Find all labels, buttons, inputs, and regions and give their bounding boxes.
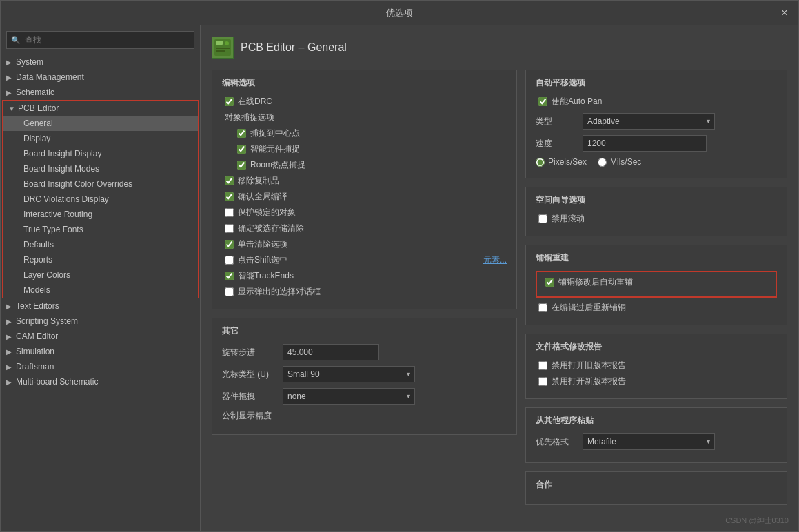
search-icon: 🔍 — [11, 36, 21, 45]
cursor-type-select[interactable]: Small 90 Large 90 Small 45 Large 45 — [283, 366, 415, 382]
rotate-step-input[interactable] — [283, 344, 379, 360]
snap-group-title: 对象捕捉选项 — [222, 112, 507, 123]
elements-link[interactable]: 元素... — [483, 254, 507, 266]
sidebar-item-schematic[interactable]: ▶ Schematic — [1, 85, 200, 100]
sidebar-item-layer-colors[interactable]: Layer Colors — [3, 267, 198, 283]
page-title: PCB Editor – General — [241, 41, 347, 54]
online-drc-checkbox[interactable] — [225, 97, 234, 106]
disable-open-new-label: 禁用打开新版本报告 — [552, 376, 626, 387]
remove-duplicate-checkbox[interactable] — [225, 176, 234, 185]
left-column: 编辑选项 在线DRC 对象捕捉选项 捕捉到中心点 — [212, 70, 517, 520]
sidebar-item-models[interactable]: Models — [3, 283, 198, 298]
snap-center-checkbox[interactable] — [237, 129, 246, 138]
sidebar-item-label: PCB Editor — [18, 103, 192, 113]
protect-locked-row: 保护锁定的对象 — [222, 207, 507, 218]
shift-select-checkbox[interactable] — [225, 256, 234, 265]
room-hotspot-row: Room热点捕捉 — [234, 159, 507, 171]
auto-pan-title: 自动平移选项 — [536, 77, 777, 89]
disable-scroll-label: 禁用滚动 — [552, 213, 585, 225]
sidebar-item-label: Models — [23, 285, 50, 295]
arrow-icon: ▶ — [6, 348, 16, 356]
sidebar-item-label: Layer Colors — [23, 270, 70, 280]
pixels-sex-radio[interactable] — [536, 158, 545, 167]
auto-rebuild-checkbox[interactable] — [545, 278, 554, 287]
sidebar-item-multi-board-schematic[interactable]: ▶ Multi-board Schematic — [1, 374, 200, 389]
priority-select[interactable]: Metafile Text Bitmap — [583, 433, 715, 450]
sidebar-item-text-editors[interactable]: ▶ Text Editors — [1, 298, 200, 314]
speed-input[interactable] — [583, 135, 707, 152]
sidebar-item-label: System — [16, 57, 194, 67]
sidebar-item-true-type-fonts[interactable]: True Type Fonts — [3, 222, 198, 237]
other-section-title: 其它 — [222, 325, 507, 337]
sidebar-item-board-insight-modes[interactable]: Board Insight Modes — [3, 161, 198, 176]
sidebar-item-system[interactable]: ▶ System — [1, 54, 200, 70]
sidebar-item-pcb-editor[interactable]: ▼ PCB Editor — [3, 101, 198, 116]
type-row: 类型 Adaptive Fixed Size Jump Re-Center — [536, 113, 777, 130]
sidebar-item-simulation[interactable]: ▶ Simulation — [1, 344, 200, 359]
priority-row: 优先格式 Metafile Text Bitmap — [536, 433, 777, 450]
sidebar-item-label: Draftsman — [16, 362, 194, 371]
sidebar-item-display[interactable]: Display — [3, 131, 198, 146]
sidebar-item-interactive-routing[interactable]: Interactive Routing — [3, 207, 198, 222]
disable-open-new-checkbox[interactable] — [538, 377, 547, 386]
mils-sec-radio[interactable] — [598, 158, 607, 167]
type-select[interactable]: Adaptive Fixed Size Jump Re-Center — [583, 113, 715, 130]
smart-track-ends-checkbox[interactable] — [225, 272, 234, 280]
svg-rect-1 — [216, 41, 223, 45]
single-clear-label: 单击清除选项 — [238, 238, 287, 250]
rebuild-on-edit-checkbox[interactable] — [538, 303, 547, 312]
smart-track-ends-label: 智能TrackEnds — [238, 270, 294, 282]
sidebar-item-drc-violations-display[interactable]: DRC Violations Display — [3, 192, 198, 207]
svg-rect-3 — [216, 48, 230, 49]
confirm-clear-checkbox[interactable] — [225, 224, 234, 233]
sidebar-item-reports[interactable]: Reports — [3, 252, 198, 267]
confirm-compile-checkbox[interactable] — [225, 192, 234, 201]
rotate-step-label: 旋转步进 — [222, 347, 277, 358]
file-format-section: 文件格式修改报告 禁用打开旧版本报告 禁用打开新版本报告 — [525, 334, 787, 399]
confirm-clear-row: 确定被选存储清除 — [222, 223, 507, 234]
sidebar-item-defaults[interactable]: Defaults — [3, 237, 198, 252]
sidebar-item-label: Board Insight Modes — [23, 164, 99, 174]
cooperate-title: 合作 — [536, 479, 777, 491]
single-clear-row: 单击清除选项 — [222, 238, 507, 250]
public-display-label: 公制显示精度 — [222, 410, 277, 422]
room-hotspot-checkbox[interactable] — [237, 161, 246, 170]
close-button[interactable]: × — [778, 6, 791, 20]
disable-open-new-row: 禁用打开新版本报告 — [536, 376, 777, 387]
smart-component-checkbox[interactable] — [237, 145, 246, 154]
sidebar-item-board-insight-color-overrides[interactable]: Board Insight Color Overrides — [3, 176, 198, 192]
component-drag-select[interactable]: none Connected Tracks — [283, 388, 415, 405]
sidebar-item-draftsman[interactable]: ▶ Draftsman — [1, 359, 200, 374]
remove-duplicate-row: 移除复制品 — [222, 175, 507, 187]
arrow-icon: ▶ — [6, 363, 16, 371]
online-drc-row: 在线DRC — [222, 96, 507, 108]
disable-open-old-checkbox[interactable] — [538, 361, 547, 370]
room-hotspot-label: Room热点捕捉 — [250, 159, 305, 171]
preferences-dialog: 优选项 × 🔍 ▶ System ▶ Data Management ▶ Sch… — [0, 0, 799, 532]
sidebar-item-scripting-system[interactable]: ▶ Scripting System — [1, 314, 200, 329]
search-input[interactable] — [6, 31, 194, 49]
sidebar-item-board-insight-display[interactable]: Board Insight Display — [3, 146, 198, 161]
confirm-clear-label: 确定被选存储清除 — [238, 223, 304, 234]
speed-unit-row: Pixels/Sex Mils/Sec — [536, 157, 777, 167]
arrow-icon: ▶ — [6, 74, 16, 81]
pcb-editor-group: ▼ PCB Editor General Display Board Insig… — [2, 100, 199, 298]
mils-sec-item: Mils/Sec — [598, 157, 641, 167]
sidebar-item-label: Data Management — [16, 72, 194, 82]
disable-scroll-checkbox[interactable] — [538, 214, 547, 223]
sidebar-item-general[interactable]: General — [3, 116, 198, 131]
protect-locked-checkbox[interactable] — [225, 208, 234, 217]
pixels-sex-label: Pixels/Sex — [548, 157, 587, 167]
show-popup-checkbox[interactable] — [225, 287, 234, 296]
single-clear-checkbox[interactable] — [225, 240, 234, 249]
sidebar-item-label: True Type Fonts — [23, 225, 83, 234]
svg-rect-4 — [216, 50, 225, 52]
sidebar-item-data-management[interactable]: ▶ Data Management — [1, 70, 200, 85]
arrow-icon: ▶ — [6, 333, 16, 340]
auto-pan-checkbox[interactable] — [538, 97, 547, 106]
arrow-icon: ▶ — [6, 303, 16, 310]
disable-scroll-row: 禁用滚动 — [536, 213, 777, 225]
snap-center-row: 捕捉到中心点 — [234, 127, 507, 139]
paste-section: 从其他程序粘贴 优先格式 Metafile Text Bitmap — [525, 407, 787, 463]
sidebar-item-cam-editor[interactable]: ▶ CAM Editor — [1, 329, 200, 344]
